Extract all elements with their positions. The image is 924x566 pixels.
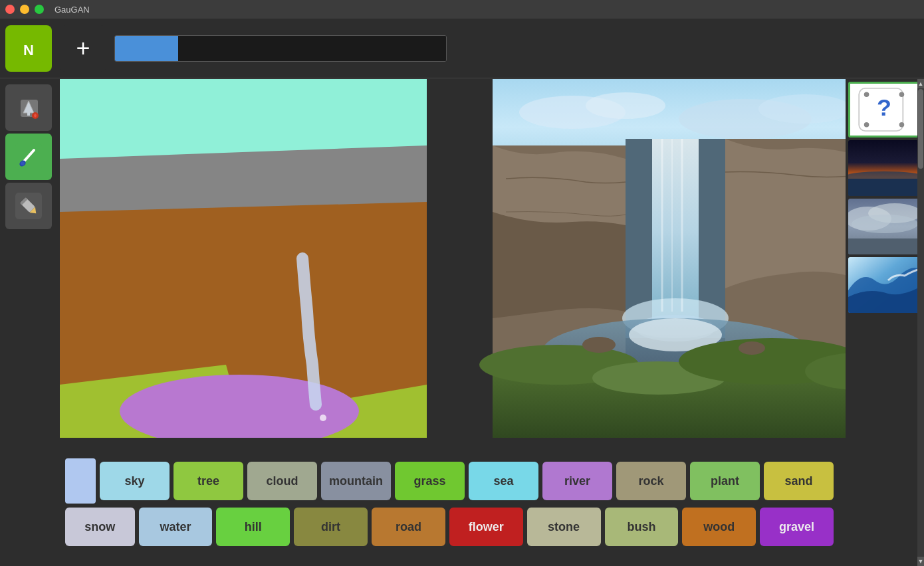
svg-rect-53	[848, 179, 920, 196]
label-hill-button[interactable]: hill	[216, 508, 290, 546]
label-wood-button[interactable]: wood	[682, 508, 756, 546]
maximize-button[interactable]	[35, 5, 44, 14]
thumbnail-wave[interactable]	[848, 257, 920, 313]
progress-bar[interactable]	[114, 35, 447, 62]
progress-fill	[115, 36, 178, 61]
thumbnail-sunset[interactable]	[848, 140, 920, 196]
svg-point-50	[864, 122, 869, 128]
fill-tool-button[interactable]	[5, 84, 52, 131]
active-color-swatch[interactable]	[65, 458, 96, 504]
label-cloud-button[interactable]: cloud	[247, 462, 317, 500]
label-sea-button[interactable]: sea	[469, 462, 538, 500]
svg-text:?: ?	[877, 94, 891, 121]
close-button[interactable]	[5, 5, 15, 14]
canvas-area	[60, 79, 924, 438]
label-river-button[interactable]: river	[542, 462, 612, 500]
svg-rect-59	[848, 238, 920, 254]
label-water-button[interactable]: water	[139, 508, 213, 546]
thumbnail-clouds[interactable]	[848, 199, 920, 254]
scroll-down-arrow[interactable]: ▼	[917, 557, 924, 566]
palette-row-2: snow water hill dirt road flower stone b…	[65, 508, 834, 546]
thumbnail-dice[interactable]: ?	[848, 82, 920, 138]
label-mountain-button[interactable]: mountain	[321, 462, 391, 500]
svg-point-47	[864, 92, 869, 98]
label-sky-button[interactable]: sky	[100, 462, 170, 500]
svg-rect-29	[652, 139, 699, 325]
add-button[interactable]: +	[60, 25, 106, 72]
app-title: GauGAN	[55, 5, 90, 15]
titlebar: GauGAN	[0, 0, 924, 19]
svg-point-23	[586, 92, 665, 119]
label-rock-button[interactable]: rock	[616, 462, 686, 500]
label-bush-button[interactable]: bush	[605, 508, 679, 546]
palette-row-1: sky tree cloud mountain grass sea river …	[65, 458, 834, 504]
progress-track	[178, 36, 446, 61]
label-road-button[interactable]: road	[372, 508, 445, 546]
label-stone-button[interactable]: stone	[527, 508, 601, 546]
svg-point-48	[899, 92, 905, 98]
label-gravel-button[interactable]: gravel	[760, 508, 834, 546]
scroll-up-arrow[interactable]: ▲	[917, 79, 924, 88]
pencil-tool-button[interactable]	[5, 183, 52, 229]
label-sand-button[interactable]: sand	[764, 462, 834, 500]
toolbar: N +	[0, 19, 924, 78]
label-grass-button[interactable]: grass	[395, 462, 465, 500]
scroll-handle[interactable]	[918, 89, 923, 169]
svg-point-25	[758, 94, 852, 124]
tools-panel	[0, 79, 60, 235]
label-dirt-button[interactable]: dirt	[294, 508, 368, 546]
nvidia-logo-button[interactable]: N	[5, 25, 52, 72]
svg-text:N: N	[23, 42, 34, 58]
label-tree-button[interactable]: tree	[173, 462, 243, 500]
thumbnail-panel: ?	[846, 79, 924, 566]
svg-point-49	[899, 122, 905, 128]
svg-point-42	[582, 337, 616, 353]
svg-point-9	[21, 161, 25, 165]
label-palette: sky tree cloud mountain grass sea river …	[60, 453, 839, 566]
label-plant-button[interactable]: plant	[690, 462, 760, 500]
svg-rect-4	[27, 112, 30, 116]
label-flower-button[interactable]: flower	[449, 508, 523, 546]
label-snow-button[interactable]: snow	[65, 508, 135, 546]
brush-tool-button[interactable]	[5, 134, 52, 180]
svg-point-58	[852, 215, 918, 233]
minimize-button[interactable]	[20, 5, 29, 14]
drawing-canvas[interactable]	[60, 79, 427, 438]
thumbnail-scrollbar[interactable]: ▲ ▼	[917, 79, 924, 566]
svg-point-43	[739, 341, 765, 355]
svg-point-20	[320, 415, 326, 421]
